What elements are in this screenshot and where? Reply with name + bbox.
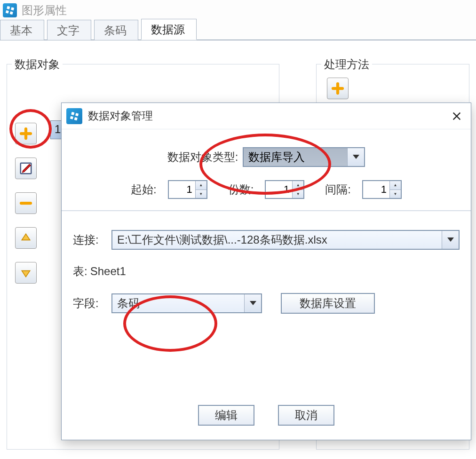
field-combo[interactable]: 条码: [111, 293, 262, 313]
remove-button[interactable]: [15, 192, 37, 214]
interval-input[interactable]: [363, 181, 389, 198]
type-combo[interactable]: 数据库导入: [243, 147, 365, 167]
tab-barcode[interactable]: 条码: [94, 20, 138, 40]
main-titlebar: 图形属性: [0, 0, 476, 21]
db-settings-button[interactable]: 数据库设置: [281, 293, 375, 314]
spin-up-icon[interactable]: ▲: [390, 181, 401, 190]
copies-input[interactable]: [266, 181, 292, 198]
interval-spin[interactable]: ▲▼: [362, 180, 402, 199]
table-value: Sheet1: [90, 265, 126, 278]
svg-rect-6: [75, 113, 79, 116]
connection-label: 连接:: [73, 232, 106, 247]
spin-up-icon[interactable]: ▲: [293, 181, 303, 190]
move-down-button[interactable]: [15, 262, 37, 284]
method-add-button[interactable]: [327, 78, 349, 99]
svg-rect-7: [70, 116, 73, 119]
tab-text[interactable]: 文字: [47, 20, 91, 40]
copies-label: 份数:: [228, 182, 254, 197]
data-object-toolbar: [15, 123, 37, 284]
dialog-titlebar: 数据对象管理: [62, 103, 471, 129]
copies-spin[interactable]: ▲▼: [265, 180, 304, 199]
tab-basic[interactable]: 基本: [0, 20, 44, 40]
spin-down-icon[interactable]: ▼: [293, 190, 303, 198]
divider: [62, 210, 471, 211]
dialog-body: 数据对象类型: 数据库导入 起始: ▲▼ 份数: ▲▼ 间隔:: [62, 129, 471, 327]
table-label: 表:: [73, 264, 87, 279]
add-button[interactable]: [15, 123, 37, 144]
field-value: 条码: [112, 294, 244, 312]
group-method-legend: 处理方法: [321, 57, 372, 72]
app-icon: [3, 3, 17, 17]
dialog-icon: [66, 108, 82, 124]
svg-rect-3: [10, 11, 13, 15]
chevron-down-icon[interactable]: [347, 148, 364, 166]
group-data-object-legend: 数据对象: [12, 57, 63, 72]
edit-confirm-button[interactable]: 编辑: [198, 405, 254, 426]
edit-button[interactable]: [15, 158, 37, 179]
connection-value: E:\工作文件\测试数据\...-128条码数据.xlsx: [112, 231, 442, 249]
start-input[interactable]: [169, 181, 195, 198]
start-spin[interactable]: ▲▼: [168, 180, 207, 199]
svg-rect-0: [7, 6, 10, 9]
tab-datasource[interactable]: 数据源: [141, 19, 197, 40]
spin-down-icon[interactable]: ▼: [390, 190, 401, 198]
dialog-actions: 编辑 取消: [62, 405, 471, 426]
spin-down-icon[interactable]: ▼: [196, 190, 206, 198]
close-icon[interactable]: [447, 107, 466, 126]
cancel-button[interactable]: 取消: [278, 405, 334, 426]
data-object-dialog: 数据对象管理 数据对象类型: 数据库导入 起始: ▲▼ 份数:: [61, 103, 471, 440]
svg-rect-5: [71, 111, 74, 115]
type-label: 数据对象类型:: [167, 150, 238, 165]
dialog-title: 数据对象管理: [88, 109, 153, 123]
chevron-down-icon[interactable]: [442, 231, 459, 249]
connection-combo[interactable]: E:\工作文件\测试数据\...-128条码数据.xlsx: [111, 230, 460, 250]
type-value: 数据库导入: [244, 148, 347, 166]
svg-rect-1: [11, 7, 14, 10]
tabs: 基本 文字 条码 数据源: [0, 21, 476, 40]
svg-rect-8: [74, 117, 78, 120]
field-label: 字段:: [73, 296, 106, 311]
svg-rect-2: [6, 10, 9, 14]
interval-label: 间隔:: [325, 182, 351, 197]
chevron-down-icon[interactable]: [244, 294, 261, 312]
window-title: 图形属性: [22, 3, 67, 18]
spin-up-icon[interactable]: ▲: [196, 181, 206, 190]
move-up-button[interactable]: [15, 227, 37, 249]
start-label: 起始:: [131, 182, 157, 197]
